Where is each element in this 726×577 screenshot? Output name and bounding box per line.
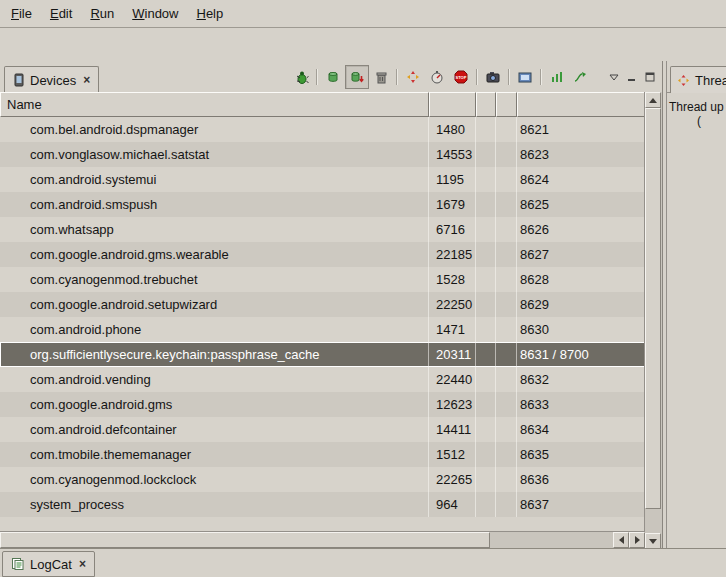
process-name-cell: com.google.android.setupwizard	[0, 292, 429, 317]
table-row[interactable]: com.google.android.setupwizard 22250 862…	[0, 292, 645, 317]
table-row[interactable]: com.android.systemui 1195 8624	[0, 167, 645, 192]
port-cell: 8627	[517, 242, 645, 267]
pid-cell: 1480	[429, 117, 476, 142]
capture-systrace-icon[interactable]	[545, 65, 569, 89]
scroll-right-icon[interactable]	[629, 532, 645, 548]
tab-logcat-label: LogCat	[30, 557, 72, 572]
dump-hprof-icon[interactable]	[345, 65, 369, 89]
table-row[interactable]: com.android.defcontainer 14411 8634	[0, 417, 645, 442]
screen-capture-icon[interactable]	[481, 65, 505, 89]
table-row[interactable]: com.google.android.gms.wearable 22185 86…	[0, 242, 645, 267]
process-name-cell: com.whatsapp	[0, 217, 429, 242]
column-header-port[interactable]	[517, 92, 645, 117]
stop-process-icon[interactable]: STOP	[449, 65, 473, 89]
blank-cell	[496, 492, 517, 517]
pid-cell: 22185	[429, 242, 476, 267]
pid-cell: 12623	[429, 392, 476, 417]
pid-cell: 20311	[429, 342, 476, 367]
method-profiling-icon[interactable]	[425, 65, 449, 89]
blank-cell	[476, 167, 496, 192]
port-cell: 8624	[517, 167, 645, 192]
process-name-cell: com.android.systemui	[0, 167, 429, 192]
column-header-name[interactable]: Name	[0, 92, 429, 117]
table-row[interactable]: org.sufficientlysecure.keychain:passphra…	[0, 342, 645, 367]
process-name-cell: com.tmobile.thememanager	[0, 442, 429, 467]
table-row[interactable]: com.android.phone 1471 8630	[0, 317, 645, 342]
workspace: Devices ×	[0, 61, 726, 549]
toolbar-separator	[508, 69, 510, 85]
devices-tabbar: Devices ×	[0, 61, 662, 93]
menu-window[interactable]: Window	[123, 2, 187, 25]
table-row[interactable]: com.cyanogenmod.trebuchet 1528 8628	[0, 267, 645, 292]
process-name-cell: com.android.vending	[0, 367, 429, 392]
blank-cell	[476, 342, 496, 367]
table-row[interactable]: com.google.android.gms 12623 8633	[0, 392, 645, 417]
port-cell: 8635	[517, 442, 645, 467]
column-header-blank2[interactable]	[496, 92, 517, 117]
maximize-icon[interactable]	[641, 68, 659, 86]
tab-logcat[interactable]: LogCat ×	[2, 551, 95, 577]
process-name-cell: com.google.android.gms.wearable	[0, 242, 429, 267]
pid-cell: 964	[429, 492, 476, 517]
debug-process-icon[interactable]	[289, 65, 313, 89]
menu-help[interactable]: Help	[187, 2, 232, 25]
tab-devices[interactable]: Devices ×	[4, 66, 99, 93]
svg-text:STOP: STOP	[456, 75, 467, 80]
update-heap-icon[interactable]	[321, 65, 345, 89]
update-threads-icon[interactable]	[401, 65, 425, 89]
screen-record-icon[interactable]	[513, 65, 537, 89]
menu-file[interactable]: File	[2, 2, 41, 25]
toolbar-separator	[316, 69, 318, 85]
blank-cell	[496, 292, 517, 317]
table-row[interactable]: com.android.vending 22440 8632	[0, 367, 645, 392]
process-name-cell: com.cyanogenmod.trebuchet	[0, 267, 429, 292]
view-menu-icon[interactable]	[605, 68, 623, 86]
horizontal-scrollbar[interactable]	[0, 531, 645, 549]
tab-logcat-close-icon[interactable]: ×	[79, 557, 86, 571]
vertical-scrollbar-thumb[interactable]	[645, 108, 661, 509]
tab-devices-close-icon[interactable]: ×	[83, 73, 90, 87]
blank-cell	[496, 167, 517, 192]
table-row[interactable]: com.tmobile.thememanager 1512 8635	[0, 442, 645, 467]
menu-edit[interactable]: Edit	[41, 2, 81, 25]
process-name-cell: org.sufficientlysecure.keychain:passphra…	[0, 342, 429, 367]
tab-threads[interactable]: Threads	[670, 66, 726, 93]
horizontal-scrollbar-thumb[interactable]	[0, 532, 490, 548]
menu-run[interactable]: Run	[81, 2, 123, 25]
process-name-cell: com.vonglasow.michael.satstat	[0, 142, 429, 167]
cause-gc-icon[interactable]	[369, 65, 393, 89]
blank-cell	[496, 142, 517, 167]
pid-cell: 1471	[429, 317, 476, 342]
pid-cell: 6716	[429, 217, 476, 242]
pid-cell: 22250	[429, 292, 476, 317]
vertical-scrollbar[interactable]	[644, 92, 662, 549]
scroll-down-icon[interactable]	[645, 533, 661, 549]
blank-cell	[496, 367, 517, 392]
table-row[interactable]: system_process 964 8637	[0, 492, 645, 517]
scroll-left-icon[interactable]	[613, 532, 629, 548]
blank-cell	[496, 317, 517, 342]
process-name-cell: com.cyanogenmod.lockclock	[0, 467, 429, 492]
tab-threads-label: Threads	[695, 73, 726, 88]
devices-panel: Devices ×	[0, 61, 663, 549]
table-row[interactable]: com.android.smspush 1679 8625	[0, 192, 645, 217]
process-name-cell: com.bel.android.dspmanager	[0, 117, 429, 142]
blank-cell	[476, 417, 496, 442]
scroll-up-icon[interactable]	[645, 92, 661, 108]
table-row[interactable]: com.cyanogenmod.lockclock 22265 8636	[0, 467, 645, 492]
opengl-trace-icon[interactable]	[569, 65, 593, 89]
column-header-pid[interactable]	[429, 92, 476, 117]
blank-cell	[496, 242, 517, 267]
process-name-cell: com.android.smspush	[0, 192, 429, 217]
column-header-blank1[interactable]	[476, 92, 496, 117]
port-cell: 8623	[517, 142, 645, 167]
minimize-icon[interactable]	[623, 68, 641, 86]
table-row[interactable]: com.vonglasow.michael.satstat 14553 8623	[0, 142, 645, 167]
menu-bar: File Edit Run Window Help	[0, 0, 726, 28]
table-row[interactable]: com.whatsapp 6716 8626	[0, 217, 645, 242]
threads-tabbar: Threads	[667, 61, 726, 93]
process-name-cell: system_process	[0, 492, 429, 517]
devices-toolbar: STOP	[289, 65, 659, 89]
table-row[interactable]: com.bel.android.dspmanager 1480 8621	[0, 117, 645, 142]
blank-cell	[496, 192, 517, 217]
